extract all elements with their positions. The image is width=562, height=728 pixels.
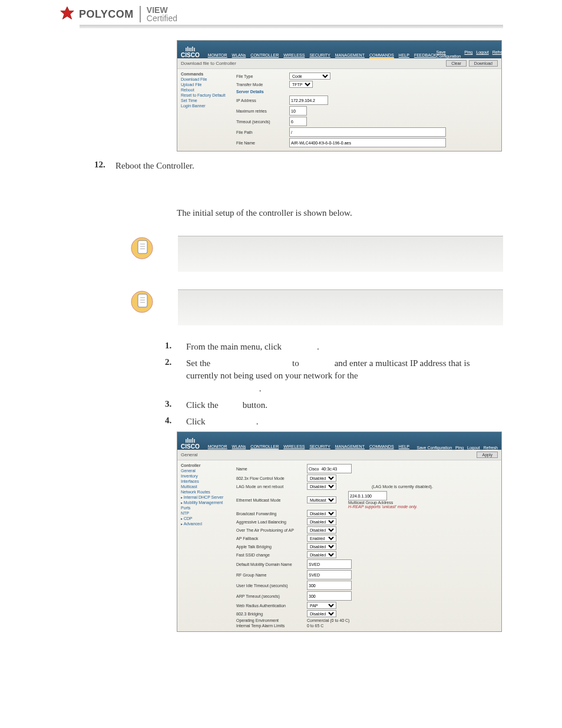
cisco-top-nav-2: MONITOR WLANs CONTROLLER WIRELESS SECURI… [208, 444, 409, 450]
nav-wlans[interactable]: WLANs [232, 53, 246, 58]
cisco-logo: ılıılıCISCO [181, 47, 200, 58]
general-row: User Idle Timeout (seconds) [236, 581, 497, 590]
transfer-mode-select[interactable]: TFTP [289, 81, 313, 88]
general-row-select[interactable]: Disabled [307, 518, 336, 525]
max-retries-input[interactable] [289, 106, 307, 116]
transfer-mode-label: Transfer Mode [236, 83, 289, 87]
nav-security[interactable]: SECURITY [309, 444, 330, 450]
nav-commands[interactable]: COMMANDS [369, 53, 394, 58]
nav-feedback[interactable]: FEEDBACK [414, 53, 437, 58]
general-row-input[interactable] [307, 570, 352, 579]
ip-address-label: IP Address [236, 98, 289, 103]
note-block-2 [130, 289, 503, 325]
general-row-select[interactable]: Multicast [307, 496, 336, 503]
clear-button[interactable]: Clear [446, 60, 467, 67]
nav-help[interactable]: HELP [399, 444, 409, 450]
file-name-label: File Name [236, 141, 289, 145]
link-refresh[interactable]: Refresh [483, 446, 498, 450]
hreap-warning: H-REAP supports 'unicast' mode only. [348, 505, 417, 509]
general-row-select[interactable]: Enabled [307, 535, 336, 542]
sidebar-cdp[interactable]: CDP [181, 516, 228, 521]
step-2-number: 2. [165, 357, 186, 396]
general-row-select[interactable]: Disabled [307, 551, 336, 558]
note-block-1 [130, 236, 503, 272]
nav-wireless[interactable]: WIRELESS [283, 444, 305, 450]
link-save-config[interactable]: Save Configuration [437, 50, 461, 58]
general-row: Aggressive Load BalancingDisabled [236, 518, 497, 525]
sidebar-interfaces[interactable]: Interfaces [181, 479, 228, 484]
nav-management[interactable]: MANAGEMENT [335, 53, 365, 58]
general-row: Default Mobility Domain Name [236, 559, 497, 569]
general-row-select[interactable]: Disabled [307, 543, 336, 550]
general-row-select[interactable]: Disabled [307, 610, 336, 617]
link-ping[interactable]: Ping [464, 50, 472, 58]
sidebar-mobility-mgmt[interactable]: Mobility Management [181, 500, 228, 505]
cisco-screenshot-download: ılıılıCISCO MONITOR WLANs CONTROLLER WIR… [177, 40, 502, 151]
general-row-select[interactable]: Disabled [307, 475, 336, 482]
general-row-label: 802.3x Flow Control Mode [236, 476, 307, 480]
polycom-logo: POLYCOM [59, 6, 134, 22]
nav-management[interactable]: MANAGEMENT [335, 444, 365, 450]
general-row-label: Aggressive Load Balancing [236, 520, 307, 524]
file-type-select[interactable]: Code [289, 73, 330, 80]
ip-address-input[interactable] [289, 95, 328, 105]
general-row: RF Group Name [236, 570, 497, 579]
step-12-number: 12. [94, 160, 115, 173]
general-row-input[interactable] [307, 591, 352, 601]
timeout-input[interactable] [289, 117, 307, 126]
sidebar-multicast[interactable]: Multicast [181, 484, 228, 489]
link-logout[interactable]: Logout [467, 446, 480, 450]
general-row-select[interactable]: PAP [307, 602, 336, 609]
view-certified-badge: VIEW Certified [140, 6, 177, 22]
cisco-top-links: Save Configuration Ping Logout Refresh [437, 50, 507, 58]
general-row-input[interactable] [307, 559, 352, 569]
link-ping[interactable]: Ping [455, 446, 464, 450]
sidebar-advanced[interactable]: Advanced [181, 521, 228, 526]
general-row-input[interactable] [307, 464, 352, 473]
sidebar-inventory[interactable]: Inventory [181, 473, 228, 479]
nav-help[interactable]: HELP [399, 53, 409, 58]
nav-monitor[interactable]: MONITOR [208, 53, 227, 58]
sidebar-network-routes[interactable]: Network Routes [181, 489, 228, 495]
general-row: Internal Temp Alarm Limits0 to 65 C [236, 624, 497, 628]
general-row-input[interactable] [307, 581, 352, 590]
nav-monitor[interactable]: MONITOR [208, 444, 227, 450]
general-row-label: Default Mobility Domain Name [236, 562, 307, 566]
nav-wireless[interactable]: WIRELESS [283, 53, 305, 58]
nav-controller[interactable]: CONTROLLER [250, 444, 279, 450]
file-name-input[interactable] [289, 138, 446, 147]
general-row-label: Apple Talk Bridging [236, 545, 307, 549]
sidebar-set-time[interactable]: Set Time [181, 98, 228, 103]
apply-button[interactable]: Apply [477, 452, 498, 458]
sidebar-ntp[interactable]: NTP [181, 510, 228, 516]
nav-wlans[interactable]: WLANs [232, 444, 246, 450]
sidebar-download-file[interactable]: Download File [181, 77, 228, 82]
general-row: AP FallbackEnabled [236, 535, 497, 542]
step-4-number: 4. [165, 416, 186, 429]
general-row-label: Ethernet Multicast Mode [236, 498, 307, 502]
sidebar-reboot[interactable]: Reboot [181, 87, 228, 93]
sidebar-login-banner[interactable]: Login Banner [181, 103, 228, 108]
sidebar-general[interactable]: General [181, 468, 228, 473]
nav-commands[interactable]: COMMANDS [369, 444, 394, 450]
link-refresh[interactable]: Refresh [492, 50, 507, 58]
nav-controller[interactable]: CONTROLLER [250, 53, 279, 58]
file-path-input[interactable] [289, 127, 446, 137]
link-logout[interactable]: Logout [476, 50, 488, 58]
multicast-group-address-input[interactable] [348, 491, 387, 500]
polycom-wordmark: POLYCOM [79, 8, 134, 21]
general-row-select[interactable]: Disabled [307, 526, 336, 533]
general-row-select[interactable]: Disabled [307, 510, 336, 517]
download-button[interactable]: Download [469, 60, 498, 67]
note-icon [130, 236, 154, 261]
sidebar-internal-dhcp[interactable]: Internal DHCP Server [181, 495, 228, 500]
nav-security[interactable]: SECURITY [309, 53, 330, 58]
sidebar-upload-file[interactable]: Upload File [181, 82, 228, 87]
sidebar-ports[interactable]: Ports [181, 505, 228, 510]
general-row: 802.3x Flow Control ModeDisabled [236, 475, 497, 482]
general-row-select[interactable]: Disabled [307, 483, 336, 490]
link-save-config[interactable]: Save Configuration [417, 446, 452, 450]
intro-setup-text: The initial setup of the controller is s… [177, 208, 503, 218]
general-row-label: Name [236, 467, 307, 471]
sidebar-reset-factory[interactable]: Reset to Factory Default [181, 93, 228, 98]
